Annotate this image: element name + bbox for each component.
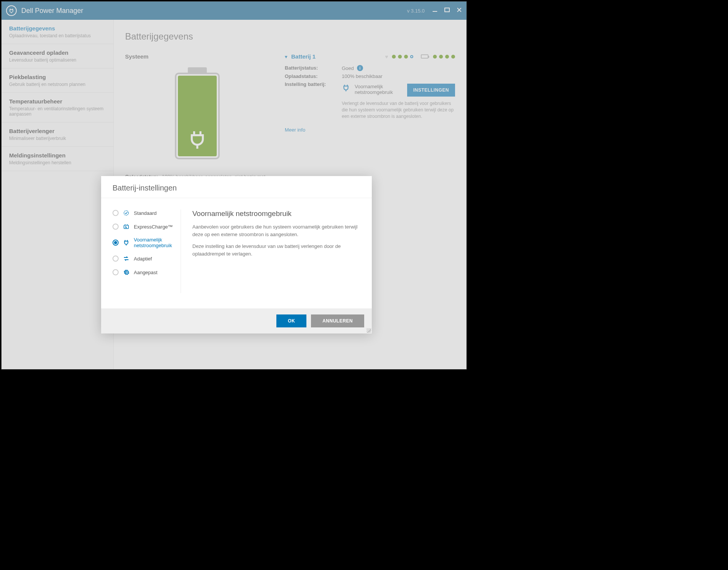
modal-title: Batterij-instellingen (113, 184, 360, 192)
option-adaptive[interactable]: Adaptief (113, 255, 177, 262)
option-ac-use[interactable]: Voornamelijk netstroomgebruik (113, 237, 177, 248)
gear-icon (122, 269, 130, 276)
modal-overlay: Batterij-instellingen Standaard ExpressC… (2, 2, 466, 369)
adaptive-icon (122, 255, 130, 262)
option-desc-p2: Deze instelling kan de levensduur van uw… (192, 243, 360, 257)
radio-icon (113, 256, 119, 262)
plug-icon (122, 239, 130, 246)
resize-grip[interactable] (366, 328, 371, 333)
radio-icon (113, 224, 119, 230)
check-badge-icon (122, 210, 130, 216)
app-window: Dell Power Manager v 3.15.0 Batterijgege… (1, 1, 467, 370)
ok-button[interactable]: OK (276, 314, 306, 327)
option-desc-title: Voornamelijk netstroomgebruik (192, 210, 360, 218)
svg-point-2 (124, 211, 128, 215)
radio-icon (113, 240, 119, 246)
express-charge-icon (122, 223, 130, 230)
radio-icon (113, 269, 119, 275)
option-desc-p1: Aanbevolen voor gebruikers die hun syste… (192, 223, 360, 238)
option-standard[interactable]: Standaard (113, 210, 177, 216)
option-express-charge[interactable]: ExpressCharge™ (113, 223, 177, 230)
radio-icon (113, 210, 119, 216)
cancel-button[interactable]: ANNULEREN (311, 314, 364, 327)
option-custom[interactable]: Aangepast (113, 269, 177, 276)
battery-settings-modal: Batterij-instellingen Standaard ExpressC… (101, 176, 372, 333)
